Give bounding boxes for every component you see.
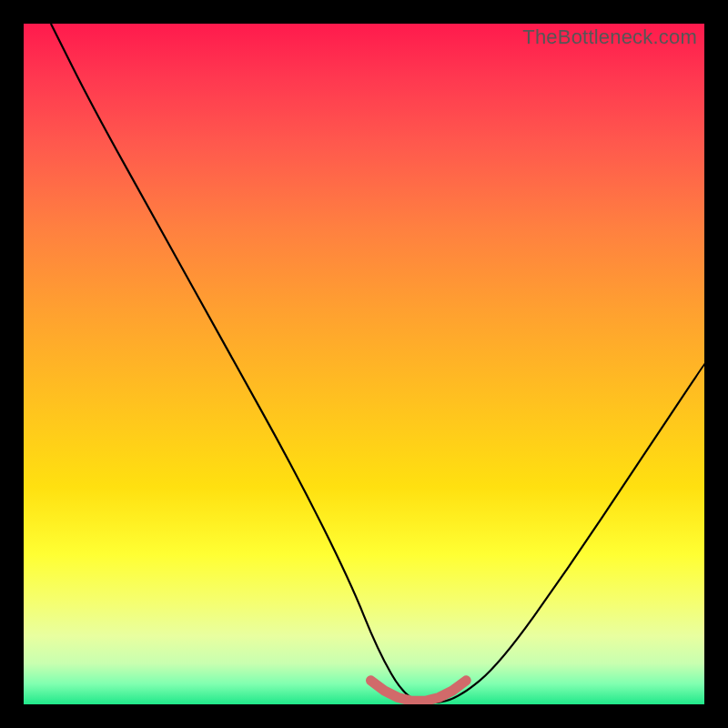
chart-frame: TheBottleneck.com [0,0,728,728]
bottleneck-curve-path [51,24,704,703]
chart-svg [24,24,704,704]
plot-area: TheBottleneck.com [24,24,704,704]
